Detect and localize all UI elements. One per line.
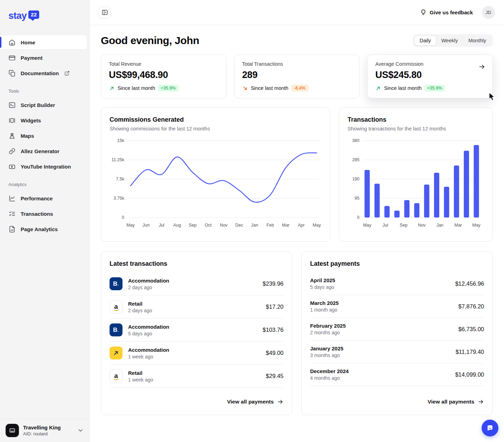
list-title: Latest payments [310, 260, 484, 268]
row-amount: $17.20 [266, 304, 284, 310]
chevron-down-icon [77, 427, 84, 434]
sidebar-item-maps[interactable]: Maps [0, 129, 89, 143]
row-title: March 2025 [310, 300, 339, 306]
svg-text:Nov: Nov [418, 223, 426, 228]
sidebar-item-script-builder[interactable]: Script Builder [0, 98, 89, 112]
sidebar-item-label: Widgets [21, 117, 41, 123]
tab-daily[interactable]: Daily [414, 36, 436, 45]
stat-value: 289 [242, 70, 352, 80]
svg-text:Jan: Jan [436, 223, 443, 228]
trend-up-icon [109, 85, 115, 91]
svg-text:Nov: Nov [220, 223, 228, 228]
sidebar-item-page-analytics[interactable]: Page Analytics [0, 222, 89, 236]
sidebar-item-payment[interactable]: Payment [0, 51, 89, 65]
stats-row: Total Revenue US$99,468.90 Since last mo… [101, 55, 493, 98]
chart-title: Transactions [348, 116, 484, 123]
trend-up-icon [375, 85, 381, 91]
svg-text:May: May [472, 223, 481, 228]
payment-row: December 20244 months ago$14,099.00 [310, 363, 484, 386]
svg-text:190: 190 [352, 177, 359, 181]
charts-row: Commissions Generated Showing commission… [101, 107, 493, 242]
terminal-icon [8, 101, 16, 109]
svg-text:0: 0 [357, 215, 359, 220]
svg-text:May: May [313, 223, 321, 228]
row-amount: $6,735.00 [458, 326, 484, 333]
section-label-tools: Tools [0, 81, 89, 97]
tab-weekly[interactable]: Weekly [436, 36, 463, 45]
main-area: Give us feedback JD Good evening, John D… [90, 0, 504, 442]
tab-monthly[interactable]: Monthly [463, 36, 491, 45]
row-title: December 2024 [310, 368, 349, 374]
row-amount: $12,456.96 [455, 280, 484, 287]
stat-card-average-commission[interactable]: Average Commission US$245.80 Since last … [367, 55, 493, 98]
svg-text:Sep: Sep [189, 223, 196, 228]
sidebar-item-transactions[interactable]: Transactions [0, 207, 89, 221]
trend-badge: +35.9% [425, 85, 445, 92]
payment-row: March 20251 month ago$7,876.20 [310, 295, 484, 318]
content: Good evening, John DailyWeeklyMonthly To… [90, 25, 504, 415]
avatar[interactable]: JD [482, 6, 495, 19]
sidebar-item-label: Performance [21, 195, 53, 201]
row-subtitle: 5 days ago [310, 284, 335, 290]
svg-text:Aug: Aug [173, 223, 181, 228]
stat-value: US$245.80 [375, 70, 485, 80]
svg-text:11.25k: 11.25k [111, 157, 124, 162]
commissions-line-chart: 03.75k7.5k11.25k15kMayJunJulAugSepOctNov… [110, 136, 321, 231]
view-all-payments-link[interactable]: View all payments [110, 390, 284, 405]
stat-label: Total Revenue [109, 61, 218, 67]
row-subtitle: 2 days ago [128, 308, 152, 313]
sidebar-item-widgets[interactable]: Widgets [0, 113, 89, 127]
logo-badge: 22 [28, 10, 39, 19]
row-title: April 2025 [310, 277, 335, 283]
row-subtitle: 2 days ago [128, 285, 169, 290]
external-link-icon [64, 71, 70, 76]
row-subtitle: 1 week ago [128, 354, 169, 359]
svg-text:285: 285 [352, 157, 359, 162]
svg-text:Mar: Mar [282, 223, 290, 228]
svg-text:95: 95 [355, 196, 359, 201]
sidebar-item-label: Page Analytics [21, 226, 58, 232]
payment-row: April 20255 days ago$12,456.96 [310, 272, 484, 295]
sidebar-item-home[interactable]: Home [0, 35, 87, 49]
org-aid: AID: routard [23, 431, 61, 436]
row-amount: $239.96 [262, 280, 284, 287]
row-title: Retail [128, 301, 152, 307]
svg-text:Feb: Feb [266, 223, 274, 228]
stat-card-total-revenue: Total Revenue US$99,468.90 Since last mo… [101, 55, 226, 98]
sidebar-item-documentation[interactable]: Documentation [0, 66, 89, 80]
stat-value: US$99,468.90 [109, 70, 218, 80]
commissions-chart-card: Commissions Generated Showing commission… [101, 107, 330, 242]
org-icon [6, 424, 19, 437]
sidebar: stay 22 HomePaymentDocumentationToolsScr… [0, 0, 90, 442]
give-feedback-button[interactable]: Give us feedback [420, 9, 473, 16]
lists-row: Latest transactions B.Accommodation2 day… [101, 251, 493, 415]
svg-text:Jun: Jun [142, 223, 149, 228]
row-subtitle: 1 month ago [310, 307, 339, 313]
svg-text:Oct: Oct [205, 223, 212, 228]
transaction-row: aRetail2 days ago$17.20 [110, 295, 284, 319]
chat-bubble-icon [486, 424, 494, 432]
chart-subtitle: Showing transactions for the last 12 mon… [348, 126, 484, 131]
sidebar-collapse-button[interactable] [99, 7, 111, 19]
sidebar-item-youtube-integration[interactable]: YouTube Integration [0, 159, 89, 173]
svg-text:Apr: Apr [298, 223, 304, 228]
stat-label: Total Transactions [242, 61, 352, 67]
payment-row: January 20253 months ago$11,179.40 [310, 341, 484, 363]
amazon-logo-icon: a [110, 300, 122, 313]
svg-text:May: May [126, 223, 135, 228]
sidebar-item-performance[interactable]: Performance [0, 191, 89, 205]
sidebar-item-label: Maps [21, 133, 34, 139]
expedia-logo-icon [110, 347, 122, 359]
org-switcher[interactable]: Travelling King AID: routard [0, 419, 89, 442]
intercom-chat-button[interactable] [482, 420, 498, 436]
svg-text:Dec: Dec [235, 223, 243, 228]
row-subtitle: 5 days ago [128, 331, 169, 336]
documentation-icon [8, 70, 16, 77]
view-all-payments-link[interactable]: View all payments [310, 390, 484, 405]
booking-logo-icon: B. [110, 323, 122, 336]
row-title: Accommodation [128, 347, 169, 353]
stay22-logo[interactable]: stay 22 [0, 0, 89, 21]
row-subtitle: 1 week ago [128, 377, 153, 383]
list-title: Latest transactions [110, 260, 284, 268]
sidebar-item-allez-generator[interactable]: Allez Generator [0, 144, 89, 158]
